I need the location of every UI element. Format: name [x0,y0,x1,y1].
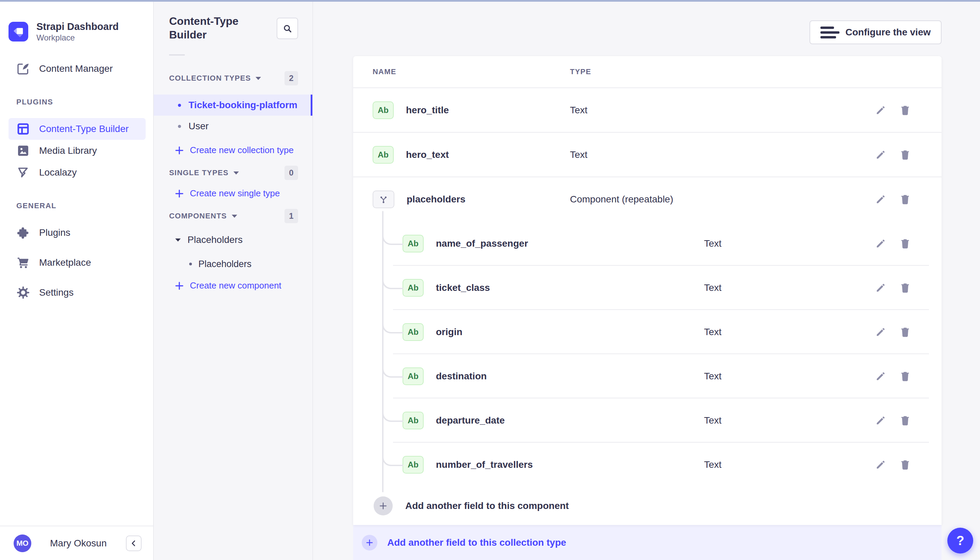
table-subrow: Ab name_of_passenger Text [353,222,942,266]
create-collection-type-link[interactable]: Create new collection type [174,145,294,155]
edit-field-button[interactable] [875,326,887,338]
app-root: Strapi Dashboard Workplace Content Manag… [0,0,980,560]
component-field-badge [373,190,394,208]
sidebar-item-settings[interactable]: Settings [0,282,153,303]
edit-field-button[interactable] [875,282,887,293]
user-name: Mary Okosun [50,538,107,549]
component-category-placeholders[interactable]: Placeholders [175,232,298,248]
field-type: Text [704,327,875,337]
delete-field-button[interactable] [899,149,911,161]
single-types-count: 0 [285,166,298,180]
create-single-type-label: Create new single type [190,188,280,199]
collapse-sidebar-button[interactable] [126,535,142,551]
delete-field-button[interactable] [899,282,911,293]
add-field-to-collection-type-button[interactable]: Add another field to this collection typ… [353,525,942,560]
text-field-badge: Ab [403,279,423,297]
text-field-badge: Ab [373,102,394,119]
single-types-header[interactable]: SINGLE TYPES 0 [169,166,298,180]
sidebar-item-content-manager[interactable]: Content Manager [0,58,153,80]
localazy-icon [16,166,30,179]
delete-field-button[interactable] [899,459,911,470]
delete-field-button[interactable] [899,193,911,205]
field-name: departure_date [436,415,505,426]
pencil-icon [875,326,887,338]
main-header: Configure the view [353,0,942,56]
trash-icon [899,105,911,116]
component-branch-icon [378,194,388,205]
nav-section-plugins: PLUGINS [0,98,153,107]
create-component-label: Create new component [190,280,282,291]
layout-grid-icon [16,122,30,136]
create-single-type-link[interactable]: Create new single type [174,188,280,199]
table-subrow: Ab origin Text [353,310,942,354]
edit-field-button[interactable] [875,415,887,426]
table-row: Ab hero_title Text [353,88,942,133]
edit-field-button[interactable] [875,149,887,161]
field-type: Component (repeatable) [570,194,875,205]
plus-icon [174,281,185,291]
component-children: Ab name_of_passenger Text Ab ticket_clas… [353,222,942,487]
pencil-icon [875,459,887,470]
sidebar-item-label: Media Library [39,145,97,156]
sidebar-item-plugins[interactable]: Plugins [0,222,153,243]
component-placeholders[interactable]: Placeholders [189,255,298,273]
components-header[interactable]: COMPONENTS 1 [169,209,298,223]
bullet-icon [178,125,181,128]
field-name: hero_text [406,149,449,160]
field-name: origin [436,327,462,337]
sidebar: Strapi Dashboard Workplace Content Manag… [0,0,154,560]
add-field-to-component-label: Add another field to this component [405,500,569,512]
pencil-icon [875,238,887,249]
table-header: NAME TYPE [353,56,942,88]
table-subrow: Ab ticket_class Text [353,266,942,310]
delete-field-button[interactable] [899,238,911,249]
delete-field-button[interactable] [899,105,911,116]
collection-type-user[interactable]: User [154,116,312,137]
sidebar-item-label: Content Manager [39,63,113,74]
delete-field-button[interactable] [899,370,911,382]
add-field-to-component-button[interactable]: Add another field to this component [353,487,942,525]
content-type-builder-panel: Content-Type Builder COLLECTION TYPES 2 … [154,0,313,560]
text-field-badge: Ab [373,146,394,163]
field-type: Text [570,105,875,116]
edit-field-button[interactable] [875,105,887,116]
edit-field-button[interactable] [875,370,887,382]
edit-field-button[interactable] [875,238,887,249]
field-type: Text [704,282,875,293]
pencil-icon [875,193,887,205]
collection-type-label: Ticket-booking-platform [188,100,297,110]
bullet-icon [178,104,181,107]
trash-icon [899,282,911,293]
text-field-badge: Ab [403,456,423,473]
chevron-down-icon [175,238,181,242]
strapi-logo-icon [8,22,28,42]
cart-icon [16,256,30,270]
delete-field-button[interactable] [899,415,911,426]
gear-icon [16,286,30,299]
collection-type-ticket-booking-platform[interactable]: Ticket-booking-platform [154,95,312,116]
field-name: number_of_travellers [436,459,533,470]
table-row: Ab hero_text Text [353,133,942,177]
avatar[interactable]: MO [13,535,31,552]
search-button[interactable] [277,18,298,39]
edit-field-button[interactable] [875,193,887,205]
column-name: NAME [373,67,570,76]
sidebar-item-content-type-builder[interactable]: Content-Type Builder [8,118,146,140]
picture-icon [16,144,30,158]
collection-types-header[interactable]: COLLECTION TYPES 2 [169,71,298,85]
sidebar-item-localazy[interactable]: Localazy [0,162,153,183]
delete-field-button[interactable] [899,326,911,338]
chevron-down-icon [232,215,237,218]
main-content: Configure the view NAME TYPE Ab hero_tit… [313,0,980,560]
create-component-link[interactable]: Create new component [174,280,282,291]
text-field-badge: Ab [403,323,423,341]
plus-circle-icon [362,535,377,550]
sidebar-item-marketplace[interactable]: Marketplace [0,252,153,273]
sidebar-item-media-library[interactable]: Media Library [0,140,153,162]
edit-field-button[interactable] [875,459,887,470]
help-button[interactable]: ? [947,528,973,553]
bullet-icon [189,263,192,265]
table-subrow: Ab destination Text [353,354,942,398]
configure-view-button[interactable]: Configure the view [810,20,942,44]
trash-icon [899,459,911,470]
